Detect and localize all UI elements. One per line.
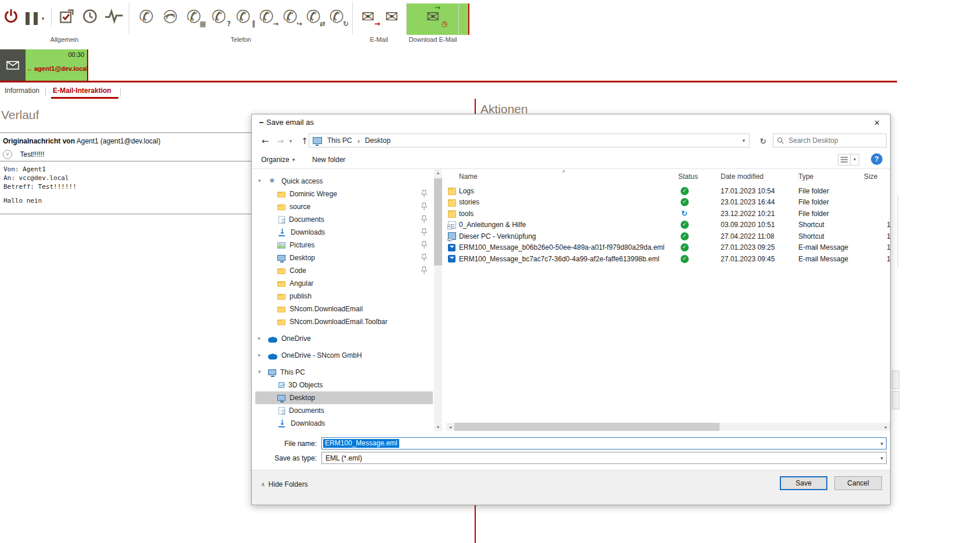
organize-button[interactable]: Organize▾ xyxy=(256,153,299,166)
file-list-horizontal-scrollbar[interactable]: ◂ ▸ xyxy=(446,423,890,431)
scroll-right-icon[interactable]: ▸ xyxy=(882,425,890,430)
search-input[interactable] xyxy=(787,136,883,145)
tree-item-onedrive[interactable]: ▸ OneDrive xyxy=(255,332,433,345)
scrollbar-track[interactable] xyxy=(454,423,882,431)
save-type-dropdown-icon[interactable]: ▾ xyxy=(880,455,883,461)
hold-call-button[interactable]: ✆‖ xyxy=(233,3,254,30)
file-type: File folder xyxy=(798,187,864,195)
tab-email-interaktion[interactable]: E-Mail-Interaktion xyxy=(53,87,111,95)
consult-call-button[interactable]: ✆? xyxy=(208,3,229,30)
help-button[interactable]: ? xyxy=(871,153,883,165)
breadcrumb-dropdown-icon[interactable]: ▾ xyxy=(742,138,745,143)
tree-item-dominic-wrege[interactable]: Dominic Wrege xyxy=(255,188,433,200)
column-divider[interactable] xyxy=(678,172,679,181)
file-row-stories[interactable]: stories 23.01.2023 16:44 File folder xyxy=(446,197,890,208)
save-type-select[interactable]: EML (*.eml) ▾ xyxy=(321,452,887,464)
scroll-left-icon[interactable]: ◂ xyxy=(446,425,454,430)
email-session-tab[interactable]: 00:30 ←agent1@dev.local xyxy=(0,49,87,81)
breadcrumb[interactable]: This PC › Desktop ▾ xyxy=(309,134,750,148)
tree-scrollbar[interactable]: ▴ ▾ xyxy=(434,169,442,431)
file-row-erm100-1[interactable]: ERM100_Message_b06b26e0-50ee-489a-a01f-f… xyxy=(446,242,890,254)
task-complete-button[interactable] xyxy=(57,3,77,30)
refresh-button[interactable]: ↻ xyxy=(755,134,771,148)
tree-item-onedrive-sncom[interactable]: ▸ OneDrive - SNcom GmbH xyxy=(255,349,433,362)
tree-item-documents[interactable]: Documents xyxy=(255,213,433,226)
tree-item-3d-objects[interactable]: 3D Objects xyxy=(255,379,433,391)
dialpad-call-button[interactable]: ✆▦ xyxy=(183,3,204,30)
expand-message-icon[interactable]: ∨ xyxy=(3,150,12,159)
tree-scrollbar-thumb[interactable] xyxy=(434,178,442,265)
back-button[interactable]: ← xyxy=(259,134,272,148)
scroll-up-icon[interactable]: ▴ xyxy=(434,169,442,177)
new-folder-button[interactable]: New folder xyxy=(308,153,350,166)
cancel-button[interactable]: Cancel xyxy=(834,476,882,490)
column-header-size[interactable]: Size xyxy=(864,172,890,181)
file-name-input[interactable]: ERM100_Message.eml ▾ xyxy=(321,437,887,449)
breadcrumb-desktop[interactable]: Desktop xyxy=(365,136,390,145)
file-row-tools[interactable]: tools 23.12.2022 10:21 File folder xyxy=(446,208,890,220)
column-divider[interactable] xyxy=(798,172,799,181)
close-button[interactable]: ✕ xyxy=(864,114,890,131)
tree-item-quick-access[interactable]: ▾ Quick access xyxy=(255,175,433,188)
change-view-control[interactable]: ▾ xyxy=(838,154,859,166)
file-type: E-mail Message xyxy=(798,255,864,263)
tree-item-desktop-selected[interactable]: Desktop xyxy=(255,391,433,404)
hang-up-button[interactable]: ✆ xyxy=(160,3,180,30)
hide-folders-button[interactable]: ∧ Hide Folders xyxy=(258,480,312,489)
activity-button[interactable] xyxy=(102,3,126,30)
forward-button[interactable]: → xyxy=(274,134,287,148)
dialog-titlebar[interactable]: Save email as ✕ xyxy=(252,114,890,131)
tree-item-pictures[interactable]: Pictures xyxy=(255,239,433,251)
column-header-type[interactable]: Type xyxy=(798,172,864,181)
expand-caret-icon[interactable]: ▾ xyxy=(258,178,261,184)
scrollbar-thumb[interactable] xyxy=(454,423,719,431)
email-out-button[interactable]: ✉→ xyxy=(381,3,402,30)
redirect-call-button[interactable]: ✆↪ xyxy=(280,3,301,30)
hide-folders-label: Hide Folders xyxy=(269,480,308,488)
hold-overlay-icon: ‖ xyxy=(252,20,255,28)
column-divider[interactable] xyxy=(864,172,865,181)
breadcrumb-this-pc[interactable]: This PC xyxy=(327,136,352,145)
tab-information[interactable]: Information xyxy=(5,87,39,95)
tree-item-publish[interactable]: publish xyxy=(255,290,433,303)
column-header-name[interactable]: Name xyxy=(459,172,678,181)
tree-item-this-pc[interactable]: ▾ This PC xyxy=(255,366,433,379)
scroll-down-icon[interactable]: ▾ xyxy=(434,423,442,431)
download-email-button[interactable]: ✉◷ xyxy=(420,3,446,30)
tree-item-downloads[interactable]: Downloads xyxy=(255,226,433,239)
column-header-date-modified[interactable]: Date modified xyxy=(721,172,798,181)
file-row-logs[interactable]: Logs 17.01.2023 10:54 File folder xyxy=(446,185,890,197)
expand-caret-icon[interactable]: ▾ xyxy=(258,369,261,375)
tree-item-desktop[interactable]: Desktop xyxy=(255,251,433,264)
list-view-icon[interactable] xyxy=(838,154,851,166)
save-button[interactable]: Save xyxy=(780,476,827,490)
tree-item-source[interactable]: source xyxy=(255,200,433,213)
tree-item-code[interactable]: Code xyxy=(255,264,433,277)
recent-locations-dropdown-icon[interactable]: ▾ xyxy=(287,134,295,148)
file-size: 1 xyxy=(887,243,890,251)
schedule-button[interactable] xyxy=(80,3,100,30)
collapse-caret-icon[interactable]: ▸ xyxy=(258,335,261,341)
message-subject-row[interactable]: ∨ Test!!!!!! xyxy=(3,149,44,159)
file-row-erm100-2[interactable]: ERM100_Message_bc7ac7c7-36d0-4a99-af2e-f… xyxy=(446,253,890,265)
file-row-anleitungen[interactable]: 0_Anleitungen & Hilfe 03.09.2020 10:51 S… xyxy=(446,220,890,231)
tree-item-downloads-pc[interactable]: Downloads xyxy=(255,417,433,430)
tree-item-sncom-downloademail-toolbar[interactable]: SNcom.DownloadEmail.Toolbar xyxy=(255,315,433,328)
swap-call-button[interactable]: ✆⇄ xyxy=(303,3,324,30)
answer-call-button[interactable]: ✆ xyxy=(136,3,157,30)
column-header-status[interactable]: Status xyxy=(678,172,721,181)
collapse-caret-icon[interactable]: ▸ xyxy=(258,352,261,358)
transfer-call-button[interactable]: ✆→ xyxy=(256,3,277,30)
tree-item-sncom-downloademail[interactable]: SNcom.DownloadEmail xyxy=(255,303,433,315)
tree-item-documents-pc[interactable]: Documents xyxy=(255,404,433,417)
search-box[interactable] xyxy=(773,134,887,148)
email-in-button[interactable]: ✉→ xyxy=(357,3,378,30)
tree-item-angular[interactable]: Angular xyxy=(255,277,433,290)
pause-button[interactable]: ▾ xyxy=(23,3,46,30)
column-divider[interactable] xyxy=(721,172,721,181)
file-name-dropdown-icon[interactable]: ▾ xyxy=(880,441,883,447)
view-dropdown-icon[interactable]: ▾ xyxy=(851,154,859,166)
power-button[interactable] xyxy=(1,3,21,30)
file-row-dieser-pc[interactable]: Dieser PC - Verknüpfung 27.04.2022 11:08… xyxy=(446,231,890,242)
callback-button[interactable]: ✆↻ xyxy=(326,3,347,30)
